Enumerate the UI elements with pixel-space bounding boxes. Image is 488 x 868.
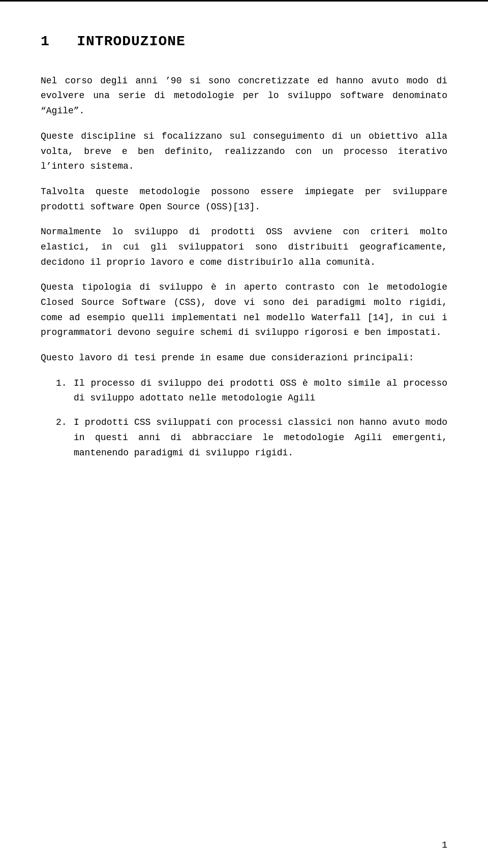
chapter-title: 1 INTRODUZIONE xyxy=(41,30,447,53)
paragraph-3: Talvolta queste metodologie possono esse… xyxy=(41,184,447,214)
list-item-2: 2. I prodotti CSS sviluppati con process… xyxy=(56,415,447,460)
paragraph-4: Normalmente lo sviluppo di prodotti OSS … xyxy=(41,225,447,270)
list-number-1: 1. xyxy=(56,376,74,391)
page-number: 1 xyxy=(442,838,447,853)
paragraph-2: Queste discipline si focalizzano sul con… xyxy=(41,129,447,174)
list-text-1: Il processo di sviluppo dei prodotti OSS… xyxy=(74,376,447,406)
paragraph-1: Nel corso degli anni ’90 si sono concret… xyxy=(41,74,447,119)
paragraph-6: Questo lavoro di tesi prende in esame du… xyxy=(41,351,447,366)
page: 1 INTRODUZIONE Nel corso degli anni ’90 … xyxy=(0,0,488,868)
numbered-list: 1. Il processo di sviluppo dei prodotti … xyxy=(56,376,447,460)
chapter-title-text: INTRODUZIONE xyxy=(77,34,186,49)
list-number-2: 2. xyxy=(56,415,74,430)
paragraph-5: Questa tipologia di sviluppo è in aperto… xyxy=(41,280,447,340)
top-border xyxy=(0,0,488,2)
list-item-1: 1. Il processo di sviluppo dei prodotti … xyxy=(56,376,447,406)
list-text-2: I prodotti CSS sviluppati con processi c… xyxy=(74,415,447,460)
chapter-number: 1 xyxy=(41,34,50,49)
